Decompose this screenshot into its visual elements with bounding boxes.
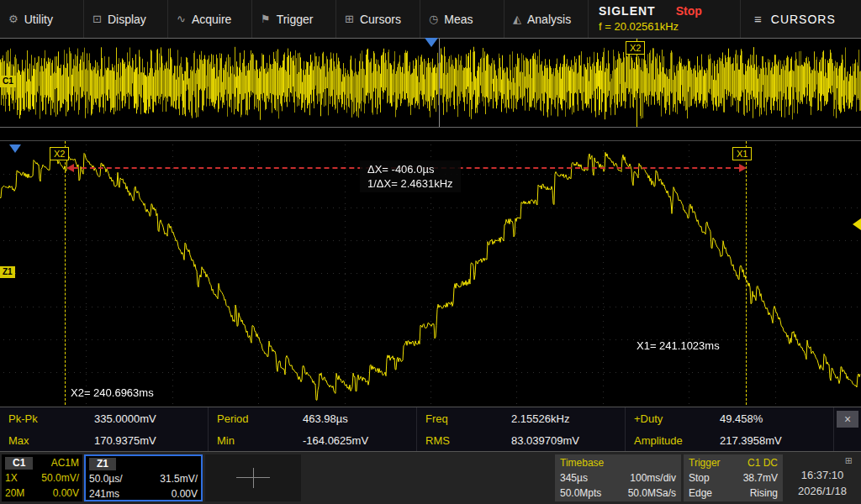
clock-time: 16:37:10 <box>785 467 859 483</box>
zoom-trace-tag[interactable]: Z1 <box>0 266 15 278</box>
measurement-label: Amplitude <box>626 434 720 447</box>
channel1-bandwidth: 20M <box>5 487 24 499</box>
measurement-amplitude: Amplitude 217.3958mV <box>626 429 834 451</box>
cursors-panel-button[interactable]: ≡ CURSORS <box>740 0 861 38</box>
measurement-label: RMS <box>417 434 511 447</box>
trigger-level: 38.7mV <box>743 472 778 484</box>
cursors-grid-icon: ⊞ <box>345 13 354 25</box>
x1-position-readout: X1= 241.1023ms <box>637 339 720 352</box>
measurement-value: 335.0000mV <box>94 412 156 425</box>
trigger-type: Edge <box>689 487 712 499</box>
x1-cursor-line[interactable] <box>746 141 747 405</box>
acquisition-status: Stop <box>676 4 702 18</box>
menu-item-label: Meas <box>444 13 473 26</box>
measurement-rms: RMS 83.039709mV <box>417 429 626 451</box>
x2-cursor-strip-tag[interactable]: X2 <box>626 41 645 55</box>
channel1-label: C1 <box>5 457 33 470</box>
trigger-slope: Rising <box>750 487 778 499</box>
timebase-status-box[interactable]: Timebase 345µs 100ms/div 50.0Mpts 50.0MS… <box>555 454 681 501</box>
measurement-value: 217.3958mV <box>720 434 782 447</box>
timebase-tdiv: 100ms/div <box>630 472 676 484</box>
channel1-offset: 0.00V <box>53 487 79 499</box>
measurement-value: -164.0625mV <box>303 434 368 447</box>
measurement-duty: +Duty 49.458% <box>626 407 834 429</box>
position-pad <box>205 454 301 501</box>
zoom-position-indicator[interactable] <box>425 38 438 47</box>
measurement-panel: Pk-Pk 335.0000mV Period 463.98µs Freq 2.… <box>0 407 861 451</box>
zoom-vdiv: 31.5mV/ <box>160 473 198 485</box>
timebase-sample-rate: 50.0MSa/s <box>628 487 676 499</box>
zoom-label: Z1 <box>89 458 116 470</box>
measurement-row: Max 170.9375mV Min -164.0625mV RMS 83.03… <box>0 429 861 451</box>
measurement-min: Min -164.0625mV <box>209 429 417 451</box>
delta-right-arrow-icon <box>739 164 747 172</box>
channel1-coupling: AC1M <box>51 457 79 469</box>
measurement-period: Period 463.98µs <box>209 407 417 429</box>
trigger-flag-icon: ⚑ <box>261 13 271 25</box>
frequency-counter-readout: f = 20.02561kHz <box>599 20 738 33</box>
trigger-position-indicator[interactable] <box>9 144 21 153</box>
menu-item-label: Utility <box>24 13 53 26</box>
menu-item-trigger[interactable]: ⚑ Trigger <box>252 0 336 38</box>
menu-item-display[interactable]: ⊡ Display <box>84 0 168 38</box>
trigger-status-box[interactable]: Trigger C1 DC Stop 38.7mV Edge Rising <box>684 454 783 501</box>
channel1-status-box[interactable]: C1 AC1M 1X 50.0mV/ 20M 0.00V <box>2 454 82 501</box>
zoom-window-position-line <box>439 39 440 127</box>
clock-area: ⊞ 16:37:10 2026/1/18 <box>785 454 859 501</box>
measurement-label: +Duty <box>626 412 720 425</box>
delta-left-arrow-icon <box>66 164 74 172</box>
measurement-label: Period <box>209 412 303 425</box>
status-bar: C1 AC1M 1X 50.0mV/ 20M 0.00V Z1 50.0µs/ … <box>0 451 861 504</box>
measurement-freq: Freq 2.15526kHz <box>417 407 626 429</box>
measurement-row: Pk-Pk 335.0000mV Period 463.98µs Freq 2.… <box>0 407 861 429</box>
menu-item-acquire[interactable]: ∿ Acquire <box>168 0 252 38</box>
timebase-memory-depth: 50.0Mpts <box>560 487 601 499</box>
measurement-label: Max <box>0 434 94 447</box>
menu-item-analysis[interactable]: ◭ Analysis <box>504 0 589 38</box>
measurement-value: 2.15526kHz <box>511 412 569 425</box>
trigger-level-indicator[interactable] <box>853 218 861 230</box>
meas-gauge-icon: ◷ <box>429 13 438 25</box>
display-icon: ⊡ <box>92 13 102 25</box>
clock-date: 2026/1/18 <box>785 483 859 499</box>
measurement-label: Min <box>209 434 303 447</box>
trigger-status: Stop <box>689 472 710 484</box>
crosshair-icon <box>253 468 254 488</box>
zoom-waveform-area: X2 X1 ΔX= -406.0µs 1/ΔX= 2.4631kHz X1= 2… <box>0 140 861 406</box>
menu-item-meas[interactable]: ◷ Meas <box>420 0 504 38</box>
timebase-title: Timebase <box>560 457 604 469</box>
measurement-value: 49.458% <box>720 412 763 425</box>
timebase-delay: 345µs <box>560 472 588 484</box>
measurement-value: 170.9375mV <box>94 434 156 447</box>
zoom-status-box[interactable]: Z1 50.0µs/ 31.5mV/ 241ms 0.00V <box>84 454 203 501</box>
siglent-logo: SIGLENT <box>599 4 656 18</box>
measurement-label: Freq <box>417 412 511 425</box>
overview-waveform-canvas <box>0 39 861 127</box>
zoom-delay: 241ms <box>89 488 119 500</box>
channel1-scale: 50.0mV/ <box>41 472 79 484</box>
x2-position-readout: X2= 240.6963ms <box>71 386 154 399</box>
acquire-wave-icon: ∿ <box>177 13 186 25</box>
trigger-source: C1 DC <box>747 457 778 469</box>
network-icon[interactable]: ⊞ <box>785 454 859 467</box>
zoom-tdiv: 50.0µs/ <box>89 473 123 485</box>
measurement-close-button[interactable]: × <box>837 411 858 428</box>
trigger-title: Trigger <box>689 457 721 469</box>
x2-cursor-line[interactable] <box>65 141 66 405</box>
x1-cursor-tag[interactable]: X1 <box>732 147 752 160</box>
menu-item-label: Cursors <box>360 13 401 26</box>
menu-item-label: Analysis <box>527 13 571 26</box>
channel1-probe: 1X <box>5 472 18 484</box>
measurement-value: 463.98µs <box>303 412 348 425</box>
layers-icon: ≡ <box>754 12 763 26</box>
analysis-chart-icon: ◭ <box>513 13 521 25</box>
inverse-delta-x-value: 1/ΔX= 2.4631kHz <box>367 176 453 191</box>
brand-status-area: SIGLENT Stop f = 20.02561kHz <box>589 0 738 38</box>
oscilloscope-screen: ⚙ Utility ⊡ Display ∿ Acquire ⚑ Trigger … <box>0 0 861 504</box>
measurement-label: Pk-Pk <box>0 412 94 425</box>
channel1-tag[interactable]: C1 <box>0 76 16 87</box>
zoom-offset: 0.00V <box>172 488 198 500</box>
menu-item-cursors[interactable]: ⊞ Cursors <box>336 0 420 38</box>
x2-cursor-tag[interactable]: X2 <box>50 147 69 160</box>
menu-item-utility[interactable]: ⚙ Utility <box>0 0 84 38</box>
